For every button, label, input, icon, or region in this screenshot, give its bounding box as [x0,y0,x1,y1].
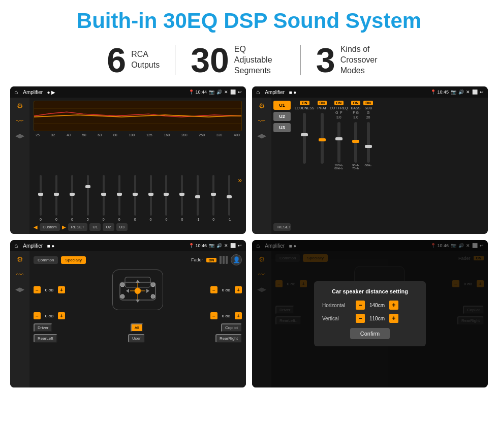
eq-left-sidebar: ⚙ 〰 ◀▶ [10,98,29,234]
fader-tabs: Common Specialty Fader ON 👤 [34,254,242,265]
eq-u3-button[interactable]: U3 [116,223,128,231]
fader-on-toggle[interactable]: ON [206,258,217,262]
cross-u2-btn[interactable]: U2 [273,112,291,121]
fader-common-tab[interactable]: Common [34,256,58,264]
cross-status-bar: ⌂ Amplifier ■ ● 📍 10:45 📷 🔊 ✕ ⬜ ↩ [252,86,488,98]
cross-cutfreq: ON CUT FREQ G F 3.0 100Hz80kHz [330,101,348,170]
fader-driver-btn[interactable]: Driver [34,323,52,332]
fader-sidebar-eq[interactable]: ⚙ [17,255,23,263]
cross-sidebar-wave[interactable]: 〰 [258,117,265,125]
fader-rl-plus[interactable]: + [58,312,65,319]
eq-more-icon[interactable]: » [238,176,242,184]
dialog-vertical-row: Vertical − 110cm + [322,314,418,323]
dialog-vertical-ctrl: − 110cm + [356,314,398,323]
stat-crossover: 3 Kinds of Crossover Modes [301,43,407,77]
fader-screen: ⌂ Amplifier ■ ● 📍 10:46 📷 🔊 ✕ ⬜ ↩ ⚙ 〰 ◀▶ [10,240,246,387]
fader-label: Fader [191,257,203,262]
eq-slider-10: -1 [191,175,205,221]
fader-rearleft-btn[interactable]: RearLeft [34,334,57,343]
svg-marker-14 [126,289,129,293]
dialog-horizontal-plus[interactable]: + [389,301,398,310]
cross-u1-btn[interactable]: U1 [273,101,291,110]
fader-rr-val: 0 dB [219,314,233,318]
eq-sliders-row: 0 0 0 5 [34,139,242,221]
cutfreq-on[interactable]: ON [334,101,344,105]
eq-curve-area [34,101,242,131]
fader-app-title: Amplifier ■ ● [23,243,185,249]
stat-label-eq: EQ Adjustable Segments [234,44,285,76]
phat-on[interactable]: ON [318,101,327,105]
eq-sidebar-icon-vol[interactable]: ◀▶ [15,132,24,139]
svg-point-5 [120,283,124,287]
fader-rl-minus[interactable]: − [34,312,41,319]
eq-reset-button[interactable]: RESET [68,223,88,231]
fader-person-icon[interactable]: 👤 [231,254,242,265]
fader-rr-minus[interactable]: − [210,312,217,319]
eq-next-button[interactable]: ▶ [62,224,66,230]
fader-panel: Common Specialty Fader ON 👤 [29,251,246,387]
eq-slider-0: 0 [34,175,48,221]
eq-u2-button[interactable]: U2 [103,223,114,231]
fader-fr-minus[interactable]: − [210,286,217,293]
fader-bottom-labels-2: RearLeft User RearRight [34,334,242,343]
fader-sidebar-vol[interactable]: ◀▶ [15,286,24,293]
fader-rearright-btn[interactable]: RearRight [215,334,242,343]
cross-loudness: ON LOUDNESS [295,101,315,164]
fader-rr-plus[interactable]: + [235,312,242,319]
svg-marker-15 [146,289,149,293]
cross-reset-btn[interactable]: RESET [273,223,291,231]
dialog-horizontal-row: Horizontal − 140cm + [322,301,418,310]
cross-unit-list: U1 U2 U3 RESET [271,98,293,234]
cross-bass: ON BASS F G 3.0 90Hz70Hz [351,101,361,170]
eq-u1-button[interactable]: U1 [89,223,101,231]
eq-bottom-bar: ◀ Custom ▶ RESET U1 U2 U3 [34,223,242,231]
fader-fl-plus[interactable]: + [58,286,65,293]
main-title: Buith-in 30EQ DSP Sound System [77,9,421,33]
dialog-vertical-label: Vertical [322,316,353,321]
home-icon[interactable]: ⌂ [14,88,18,96]
eq-slider-8: 0 [160,175,174,221]
fader-fl-minus[interactable]: − [34,286,41,293]
fader-user-btn[interactable]: User [128,334,145,343]
fader-speaker-layout: − 0 dB + [34,270,242,319]
fader-sidebar-wave[interactable]: 〰 [16,271,23,279]
fader-specialty-tab[interactable]: Specialty [61,256,85,264]
fader-fr-val: 0 dB [219,288,233,292]
fader-fr-plus[interactable]: + [235,286,242,293]
stat-label-rca: RCA Outputs [131,49,160,71]
fader-home-icon[interactable]: ⌂ [14,242,18,249]
dialog-vertical-plus[interactable]: + [389,314,398,323]
fader-front-row: − 0 dB + [34,270,242,310]
eq-slider-1: 0 [49,175,64,221]
eq-slider-4: 0 [97,175,111,221]
bass-on[interactable]: ON [351,101,361,105]
dialog-title: Car speaker distance setting [322,288,418,294]
screens-grid: ⌂ Amplifier ● ▶ 📍 10:44 📷 🔊 ✕ ⬜ ↩ ⚙ 〰 ◀▶ [10,86,488,387]
sub-on[interactable]: ON [363,101,373,105]
cross-sidebar-eq[interactable]: ⚙ [259,102,265,110]
eq-slider-9: 0 [175,175,189,221]
dialog-vertical-value: 110cm [367,316,387,321]
loudness-on[interactable]: ON [300,101,309,105]
eq-custom-button[interactable]: Custom [40,223,60,231]
cross-panel: U1 U2 U3 RESET ON LOUDNESS [271,98,488,234]
fader-status-bar: ⌂ Amplifier ■ ● 📍 10:46 📷 🔊 ✕ ⬜ ↩ [10,240,246,251]
dialog-horizontal-minus[interactable]: − [356,301,365,310]
cross-status-icons: 📍 10:45 📷 🔊 ✕ ⬜ ↩ [430,89,484,95]
eq-sidebar-icon-wave[interactable]: 〰 [16,117,23,125]
eq-sidebar-icon-tuner[interactable]: ⚙ [17,102,23,110]
cross-home-icon[interactable]: ⌂ [256,88,260,96]
dialog-confirm-button[interactable]: Confirm [350,328,390,339]
dialog-vertical-minus[interactable]: − [356,314,365,323]
eq-slider-7: 0 [144,175,158,221]
dialog-horizontal-ctrl: − 140cm + [356,301,398,310]
cross-u3-btn[interactable]: U3 [273,123,291,132]
eq-prev-button[interactable]: ◀ [34,224,38,230]
fader-copilot-btn[interactable]: Copilot [221,323,242,332]
car-svg [115,272,161,308]
svg-point-6 [151,283,155,287]
cross-sidebar-vol[interactable]: ◀▶ [257,132,266,139]
eq-screen: ⌂ Amplifier ● ▶ 📍 10:44 📷 🔊 ✕ ⬜ ↩ ⚙ 〰 ◀▶ [10,86,246,234]
fader-all-btn[interactable]: All [131,323,143,332]
stat-rca: 6 RCA Outputs [91,43,175,77]
